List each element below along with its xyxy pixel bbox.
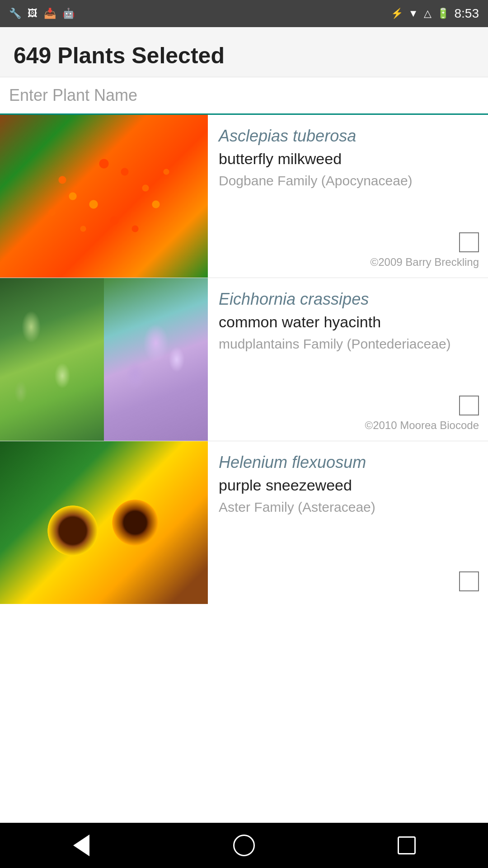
search-input[interactable] (9, 77, 479, 113)
recents-button[interactable] (391, 830, 422, 861)
search-container[interactable] (0, 77, 488, 115)
plant-copyright: ©2010 Moorea Biocode (365, 419, 479, 432)
status-bar-right-icons: ⚡ ▼ △ 🔋 8:53 (391, 6, 479, 21)
plant-image (0, 115, 208, 278)
status-bar: 🔧 🖼 📥 🤖 ⚡ ▼ △ 🔋 8:53 (0, 0, 488, 27)
common-name: purple sneezeweed (219, 476, 479, 495)
page-title: 649 Plants Selected (14, 43, 225, 68)
status-time: 8:53 (455, 6, 479, 21)
list-item: Eichhornia crassipes common water hyacin… (0, 278, 488, 441)
checkbox-area[interactable]: ©2009 Barry Breckling (219, 232, 479, 269)
bluetooth-icon: ⚡ (391, 8, 403, 19)
home-button[interactable] (228, 830, 260, 861)
plant-family: Dogbane Family (Apocynaceae) (219, 172, 479, 189)
checkbox-area[interactable] (219, 571, 479, 595)
plant-family: mudplantains Family (Pontederiaceae) (219, 335, 479, 353)
recents-icon (398, 836, 416, 854)
nav-bar (0, 823, 488, 868)
wifi-icon: ▼ (408, 8, 418, 19)
plant-checkbox[interactable] (459, 232, 479, 252)
plant-info: Helenium flexuosum purple sneezeweed Ast… (208, 441, 488, 604)
scientific-name: Eichhornia crassipes (219, 289, 479, 309)
plant-info: Eichhornia crassipes common water hyacin… (208, 278, 488, 441)
download-icon: 📥 (44, 8, 56, 19)
plant-list: Asclepias tuberosa butterfly milkweed Do… (0, 115, 488, 823)
common-name: common water hyacinth (219, 313, 479, 331)
scientific-name: Helenium flexuosum (219, 452, 479, 472)
wrench-icon: 🔧 (9, 8, 21, 19)
plant-image-container (0, 278, 208, 441)
plant-image-container (0, 115, 208, 278)
plant-image-left (0, 278, 104, 441)
plant-family: Aster Family (Asteraceae) (219, 498, 479, 516)
list-item: Asclepias tuberosa butterfly milkweed Do… (0, 115, 488, 278)
plant-image-right (104, 278, 208, 441)
scientific-name: Asclepias tuberosa (219, 126, 479, 146)
signal-icon: △ (424, 8, 432, 19)
image-icon: 🖼 (28, 8, 38, 19)
plant-copyright: ©2009 Barry Breckling (371, 256, 479, 269)
back-button[interactable] (66, 830, 97, 861)
plant-image (0, 441, 208, 604)
plant-checkbox[interactable] (459, 571, 479, 591)
plant-image-container (0, 441, 208, 604)
plant-checkbox[interactable] (459, 396, 479, 415)
android-icon: 🤖 (62, 8, 75, 19)
plant-info: Asclepias tuberosa butterfly milkweed Do… (208, 115, 488, 278)
home-icon (233, 835, 255, 856)
back-icon (73, 835, 89, 856)
header: 649 Plants Selected (0, 27, 488, 77)
common-name: butterfly milkweed (219, 150, 479, 168)
status-bar-left-icons: 🔧 🖼 📥 🤖 (9, 8, 75, 19)
list-item: Helenium flexuosum purple sneezeweed Ast… (0, 441, 488, 604)
checkbox-area[interactable]: ©2010 Moorea Biocode (219, 396, 479, 432)
battery-icon: 🔋 (437, 8, 449, 19)
